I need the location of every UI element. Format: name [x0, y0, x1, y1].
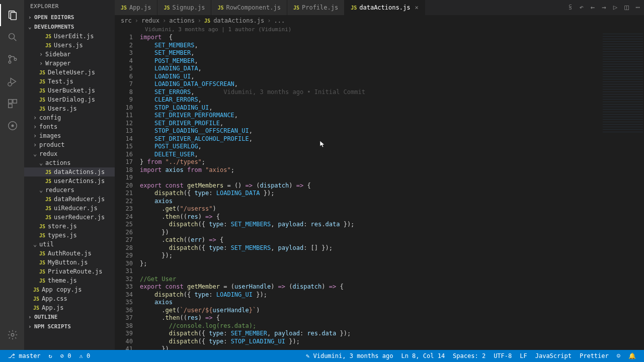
- chevron-icon: ⌄: [39, 187, 45, 194]
- sync-button[interactable]: ↻: [45, 352, 56, 359]
- folder-label: fonts: [39, 123, 57, 130]
- folder-util[interactable]: ⌄util: [24, 240, 115, 249]
- chevron-icon: ›: [33, 114, 39, 121]
- file-dataactions-js[interactable]: JSdataActions.js: [24, 167, 115, 176]
- file-store-js[interactable]: JSstore.js: [24, 222, 115, 231]
- folder-config[interactable]: ›config: [24, 113, 115, 122]
- tab-label: RowComponent.js: [226, 4, 281, 11]
- breadcrumb-segment[interactable]: redux: [141, 17, 159, 24]
- file-userreducer-js[interactable]: JSuserReducer.js: [24, 213, 115, 222]
- close-icon[interactable]: ×: [415, 4, 418, 11]
- activity-bar: [0, 0, 24, 350]
- file-types-js[interactable]: JStypes.js: [24, 231, 115, 240]
- prev-icon[interactable]: ←: [591, 3, 595, 11]
- file-label: userReducer.js: [54, 214, 105, 221]
- breadcrumb-segment[interactable]: ...: [274, 17, 285, 24]
- explorer-icon[interactable]: [0, 4, 24, 26]
- tab-profile-js[interactable]: JSProfile.js: [287, 0, 345, 15]
- tab-signup-js[interactable]: JSSignup.js: [157, 0, 211, 15]
- file-deleteuser-js[interactable]: JSDeleteUser.js: [24, 68, 115, 77]
- source-control-icon[interactable]: [0, 48, 24, 70]
- file-label: types.js: [48, 232, 77, 239]
- editor[interactable]: 1234567891011121314151617181920212223242…: [115, 33, 644, 350]
- folder-actions[interactable]: ⌄actions: [24, 158, 115, 167]
- breadcrumb-segment[interactable]: src: [121, 17, 132, 24]
- file-datareducer-js[interactable]: JSdataReducer.js: [24, 195, 115, 204]
- git-branch[interactable]: ⎇ master: [4, 352, 45, 359]
- file-label: dataActions.js: [54, 168, 105, 175]
- debug-icon[interactable]: [0, 70, 24, 93]
- cursor-position[interactable]: Ln 8, Col 14: [397, 352, 449, 359]
- file-theme-js[interactable]: JStheme.js: [24, 276, 115, 285]
- eol[interactable]: LF: [516, 352, 531, 359]
- code-area[interactable]: import { SET_MEMBERS, SET_MEMBER, POST_M…: [140, 33, 644, 350]
- file-app-js[interactable]: JSApp.js: [24, 303, 115, 312]
- file-app copy-js[interactable]: JSApp copy.js: [24, 285, 115, 294]
- file-userdialog-js[interactable]: JSUserDialog.js: [24, 95, 115, 104]
- folder-fonts[interactable]: ›fonts: [24, 122, 115, 131]
- file-uireducer-js[interactable]: JSuiReducer.js: [24, 204, 115, 213]
- file-privateroute-js[interactable]: JSPrivateRoute.js: [24, 267, 115, 276]
- settings-icon[interactable]: [0, 324, 24, 346]
- file-useredit-js[interactable]: JSUserEdit.js: [24, 32, 115, 41]
- folder-wrapper[interactable]: ›Wrapper: [24, 59, 115, 68]
- breadcrumb-segment[interactable]: dataActions.js: [213, 17, 264, 24]
- run-icon[interactable]: ▷: [613, 3, 617, 11]
- file-authroute-js[interactable]: JSAuthRoute.js: [24, 249, 115, 258]
- tab-rowcomponent-js[interactable]: JSRowComponent.js: [211, 0, 287, 15]
- errors[interactable]: ⊘ 0: [56, 352, 75, 359]
- file-test-js[interactable]: JSTest.js: [24, 77, 115, 86]
- svg-point-5: [9, 61, 11, 63]
- notifications-icon[interactable]: 🔔: [624, 352, 640, 359]
- file-users-js[interactable]: JSUsers.js: [24, 104, 115, 113]
- file-users-js[interactable]: JSUsers.js: [24, 41, 115, 50]
- split-icon[interactable]: ◫: [624, 3, 628, 11]
- folder-redux[interactable]: ⌄redux: [24, 149, 115, 158]
- npm-scripts-header[interactable]: ›NPM SCRIPTS: [24, 322, 115, 331]
- language-mode[interactable]: JavaScript: [531, 352, 576, 359]
- js-icon: JS: [33, 287, 39, 293]
- folder-label: Wrapper: [45, 60, 71, 67]
- encoding[interactable]: UTF-8: [490, 352, 516, 359]
- tab-app-js[interactable]: JSApp.js: [115, 0, 157, 15]
- tab-dataactions-js[interactable]: JSdataActions.js×: [345, 0, 425, 15]
- statusbar: ⎇ master ↻ ⊘ 0 ⚠ 0 ✎ Vidumini, 3 months …: [0, 350, 644, 362]
- line-blame[interactable]: ✎ Vidumini, 3 months ago: [302, 352, 397, 359]
- js-icon: JS: [351, 5, 357, 11]
- outline-header[interactable]: ›OUTLINE: [24, 312, 115, 322]
- file-app-css[interactable]: JSApp.css: [24, 294, 115, 303]
- folder-product[interactable]: ›product: [24, 140, 115, 149]
- folder-images[interactable]: ›images: [24, 131, 115, 140]
- folder-label: config: [39, 114, 61, 121]
- svg-rect-10: [13, 100, 17, 103]
- titlebar-icons: ⫓ ↶ ← → ▷ ◫ ⋯: [569, 3, 640, 11]
- open-editors-header[interactable]: ›OPEN EDITORS: [24, 13, 115, 22]
- file-userbucket-js[interactable]: JSUserBucket.js: [24, 86, 115, 95]
- breadcrumb[interactable]: src›redux›actions›JS dataActions.js›...: [115, 15, 644, 26]
- file-useractions-js[interactable]: JSuserActions.js: [24, 176, 115, 186]
- folder-reducers[interactable]: ⌄reducers: [24, 186, 115, 195]
- file-label: App copy.js: [42, 286, 82, 293]
- js-icon: JS: [217, 5, 223, 11]
- next-icon[interactable]: →: [602, 3, 606, 11]
- js-icon: JS: [121, 5, 127, 11]
- minimap[interactable]: [603, 33, 643, 350]
- feedback-icon[interactable]: ☺: [613, 352, 624, 359]
- file-label: UserDialog.js: [48, 96, 95, 103]
- workspace-header[interactable]: ⌄DEVELOPMENTS: [24, 22, 115, 32]
- warnings[interactable]: ⚠ 0: [75, 352, 95, 359]
- breadcrumb-segment[interactable]: actions: [169, 17, 195, 24]
- extensions-icon[interactable]: [0, 93, 24, 115]
- search-icon[interactable]: [0, 26, 24, 48]
- folder-sidebar[interactable]: ›Sidebar: [24, 50, 115, 59]
- compare-icon[interactable]: ⫓: [569, 3, 572, 11]
- formatter[interactable]: Prettier: [576, 352, 613, 359]
- indentation[interactable]: Spaces: 2: [449, 352, 490, 359]
- undo-icon[interactable]: ↶: [579, 3, 583, 11]
- file-mybutton-js[interactable]: JSMyButton.js: [24, 258, 115, 267]
- file-label: userActions.js: [54, 177, 105, 185]
- folder-label: images: [39, 132, 61, 139]
- more-icon[interactable]: ⋯: [636, 3, 640, 11]
- chevron-icon: ›: [33, 132, 39, 139]
- remote-icon[interactable]: [0, 115, 24, 137]
